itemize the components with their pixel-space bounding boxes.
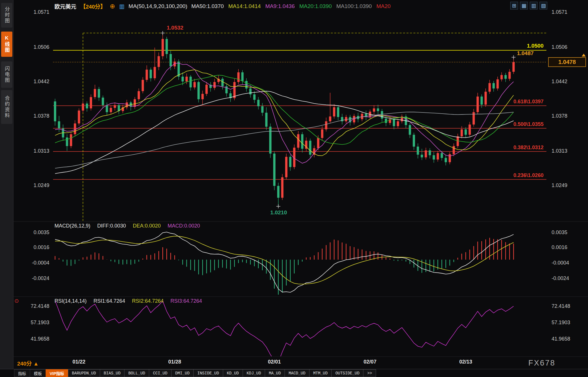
single-chart-icon[interactable]: ▦ bbox=[520, 2, 528, 9]
svg-text:1.0571: 1.0571 bbox=[34, 9, 49, 15]
svg-text:1.0442: 1.0442 bbox=[34, 79, 49, 84]
macd-panel bbox=[55, 232, 514, 295]
symbol-title: 欧元美元 bbox=[54, 2, 76, 10]
svg-text:01/22: 01/22 bbox=[73, 359, 85, 365]
period-label: 240分 bbox=[17, 361, 32, 367]
bottom-toolbar: 指标模板VIP指标BARUPDN_UDBIAS_UDBOLL_UDCCI_UDD… bbox=[0, 369, 588, 377]
toolbar-tab-macd_ud[interactable]: MACD_UD bbox=[285, 369, 309, 377]
toolbar-tab-cci_ud[interactable]: CCI_UD bbox=[149, 369, 171, 377]
toolbar-tab-plain[interactable]: 指标 bbox=[14, 369, 30, 377]
svg-text:1.0378: 1.0378 bbox=[552, 113, 567, 119]
rsi-panel-icon[interactable]: ⊙ bbox=[14, 298, 19, 304]
kline-icon: ▥ bbox=[119, 3, 124, 10]
svg-text:0.500\1.0355: 0.500\1.0355 bbox=[513, 121, 544, 127]
ma-value-label: MA9:1.0436 bbox=[265, 3, 295, 9]
svg-text:1.0532: 1.0532 bbox=[167, 25, 183, 31]
add-indicator-icon[interactable]: ⊕ bbox=[110, 3, 115, 10]
ma-values: MA50:1.0370MA14:1.0414MA9:1.0436MA20:1.0… bbox=[191, 3, 391, 9]
svg-text:1.0500: 1.0500 bbox=[527, 43, 544, 49]
svg-text:1.0313: 1.0313 bbox=[34, 148, 49, 154]
ma-value-label: MA50:1.0370 bbox=[191, 3, 224, 9]
svg-text:0.0035: 0.0035 bbox=[34, 230, 49, 235]
toolbar-tab-kdj_ud[interactable]: KDJ_UD bbox=[243, 369, 265, 377]
svg-text:1.0506: 1.0506 bbox=[552, 44, 567, 50]
toolbar-tab-plain[interactable]: 模板 bbox=[30, 369, 46, 377]
svg-text:1.0506: 1.0506 bbox=[34, 44, 49, 50]
svg-text:01/28: 01/28 bbox=[168, 359, 181, 365]
svg-text:1.0571: 1.0571 bbox=[552, 9, 567, 15]
ma-settings-label[interactable]: MA(50,14,9,20,100,200) bbox=[128, 3, 187, 9]
svg-text:57.1903: 57.1903 bbox=[552, 320, 570, 325]
up-arrow-icon: ▲ bbox=[33, 361, 39, 367]
toolbar-tab-outside_ud[interactable]: OUTSIDE_UD bbox=[331, 369, 363, 377]
svg-text:1.0210: 1.0210 bbox=[270, 209, 287, 215]
period-indicator[interactable]: 240分 ▲ bbox=[17, 359, 39, 367]
main-price-panel: 0.618\1.03970.500\1.03550.382\1.03120.23… bbox=[53, 25, 546, 221]
price-chart-svg[interactable]: 0.618\1.03970.500\1.03550.382\1.03120.23… bbox=[0, 0, 588, 377]
sidebar-item-label: K线图 bbox=[3, 35, 10, 53]
macd-panel-header: MACD(26,12,9)DIFF:0.0030DEA:0.0020MACD:0… bbox=[0, 223, 588, 230]
rsi-panel-header: ⊙ RSI(14,14,14)RSI1:64.7264RSI2:64.7264R… bbox=[0, 298, 588, 306]
svg-text:1.0378: 1.0378 bbox=[34, 113, 49, 119]
toolbar-tab-mtm_ud[interactable]: MTM_UD bbox=[309, 369, 332, 377]
indicator-readout: RSI2:64.7264 bbox=[132, 298, 163, 304]
sidebar-item-label: 闪电图 bbox=[3, 66, 10, 83]
svg-text:41.9658: 41.9658 bbox=[552, 336, 570, 342]
ma-value-label: MA20:1.0390 bbox=[299, 3, 332, 9]
dual-chart-icon[interactable]: ▥ bbox=[530, 2, 538, 9]
rsi-header-labels: RSI(14,14,14)RSI1:64.7264RSI2:64.7264RSI… bbox=[54, 298, 202, 304]
sidebar-item-label: 分时图 bbox=[3, 7, 10, 24]
toolbar-tab-more[interactable]: >> bbox=[363, 369, 376, 377]
sidebar: 分时图 K线图 闪电图 合约资料 bbox=[0, 0, 13, 377]
panel-title: MACD(26,12,9) bbox=[54, 223, 90, 229]
toolbar-tab-barupdn_ud[interactable]: BARUPDN_UD bbox=[68, 369, 100, 377]
rsi-panel bbox=[55, 300, 514, 362]
svg-text:41.9658: 41.9658 bbox=[31, 336, 49, 342]
svg-text:1.0313: 1.0313 bbox=[552, 148, 567, 154]
toolbar-tab-ma_ud[interactable]: MA_UD bbox=[265, 369, 285, 377]
svg-text:-0.0024: -0.0024 bbox=[32, 275, 49, 281]
svg-text:-0.0004: -0.0004 bbox=[32, 260, 49, 266]
toolbar-tab-bias_ud[interactable]: BIAS_UD bbox=[100, 369, 125, 377]
period-badge: 【240分】 bbox=[80, 2, 106, 10]
sidebar-item-time-chart[interactable]: 分时图 bbox=[1, 3, 12, 28]
svg-text:57.1903: 57.1903 bbox=[31, 320, 49, 325]
svg-text:02/07: 02/07 bbox=[364, 359, 377, 365]
svg-text:0.0016: 0.0016 bbox=[552, 244, 567, 250]
svg-text:1.0442: 1.0442 bbox=[552, 79, 567, 84]
chart-layout-icons: ⊞▦▥▧ bbox=[510, 2, 547, 9]
sidebar-item-label: 合约资料 bbox=[3, 96, 10, 118]
ma-value-label: MA20 bbox=[376, 3, 391, 9]
svg-text:1.0487: 1.0487 bbox=[517, 50, 534, 56]
toolbar-tab-inside_ud[interactable]: INSIDE_UD bbox=[193, 369, 223, 377]
toolbar-tab-kd_ud[interactable]: KD_UD bbox=[223, 369, 243, 377]
indicator-readout: DEA:0.0020 bbox=[133, 223, 161, 229]
svg-text:-0.0004: -0.0004 bbox=[552, 260, 569, 266]
chart-header: 欧元美元 【240分】 ⊕ ▥ MA(50,14,9,20,100,200) M… bbox=[54, 2, 391, 10]
macd-header: MACD(26,12,9)DIFF:0.0030DEA:0.0020MACD:0… bbox=[54, 223, 200, 229]
indicator-readout: RSI3:64.7264 bbox=[170, 298, 202, 304]
quad-chart-icon[interactable]: ▧ bbox=[540, 2, 547, 9]
toolbar-tab-dmi_ud[interactable]: DMI_UD bbox=[171, 369, 194, 377]
grid-layout-icon[interactable]: ⊞ bbox=[510, 2, 518, 9]
sidebar-item-contract-info[interactable]: 合约资料 bbox=[1, 90, 12, 124]
svg-text:0.236\1.0260: 0.236\1.0260 bbox=[513, 172, 544, 178]
svg-text:1.0249: 1.0249 bbox=[552, 182, 567, 188]
indicator-readout: RSI1:64.7264 bbox=[94, 298, 125, 304]
svg-text:02/01: 02/01 bbox=[268, 359, 281, 365]
panel-title: RSI(14,14,14) bbox=[54, 298, 87, 304]
svg-text:0.0035: 0.0035 bbox=[552, 230, 567, 235]
toolbar-tab-boll_ud[interactable]: BOLL_UD bbox=[124, 369, 149, 377]
svg-text:02/13: 02/13 bbox=[459, 359, 472, 365]
sidebar-item-kline-chart[interactable]: K线图 bbox=[1, 32, 12, 57]
trading-app: 0.618\1.03970.500\1.03550.382\1.03120.23… bbox=[0, 0, 588, 377]
toolbar-tab-vip[interactable]: VIP指标 bbox=[46, 369, 68, 377]
svg-text:0.618\1.0397: 0.618\1.0397 bbox=[513, 99, 544, 104]
svg-text:0.0016: 0.0016 bbox=[34, 244, 49, 250]
sidebar-item-lightning-chart[interactable]: 闪电图 bbox=[1, 61, 12, 88]
ma-value-label: MA100:1.0390 bbox=[336, 3, 372, 9]
svg-text:0.382\1.0312: 0.382\1.0312 bbox=[513, 145, 544, 150]
svg-text:1.0249: 1.0249 bbox=[34, 182, 49, 188]
svg-text:-0.0024: -0.0024 bbox=[552, 275, 569, 281]
ma-value-label: MA14:1.0414 bbox=[228, 3, 261, 9]
